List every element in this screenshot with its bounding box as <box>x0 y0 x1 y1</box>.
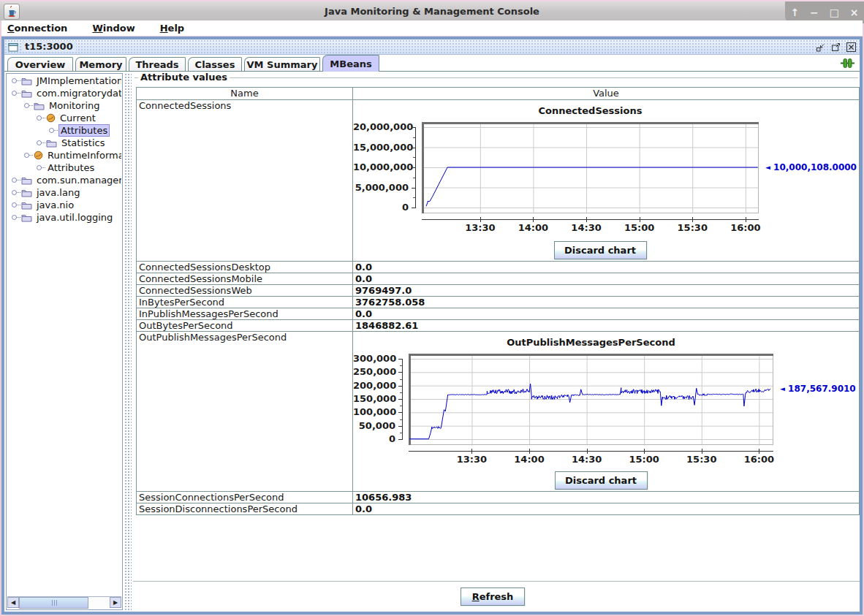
tree-node[interactable]: com.migratorydata <box>7 87 121 99</box>
attribute-name[interactable]: InBytesPerSecond <box>137 297 353 308</box>
attribute-value[interactable]: 0.0 <box>353 262 859 273</box>
minimize-button[interactable]: − <box>810 7 819 18</box>
tree-node-label[interactable]: Statistics <box>60 137 106 148</box>
tree-toggle-icon[interactable] <box>24 153 29 158</box>
tab-threads[interactable]: Threads <box>129 57 186 71</box>
close-button[interactable]: × <box>850 7 859 18</box>
attribute-name[interactable]: OutBytesPerSecond <box>137 320 353 331</box>
table-row[interactable]: SessionDisconnectionsPerSecond0.0 <box>137 503 859 515</box>
x-axis-tick-label: 14:30 <box>569 454 605 465</box>
tree-node[interactable]: com.sun.managem <box>7 174 121 186</box>
tree-toggle-icon[interactable] <box>12 178 17 183</box>
tree-node-label[interactable]: java.util.logging <box>35 212 114 223</box>
column-header-value[interactable]: Value <box>353 88 859 99</box>
frame-close-button[interactable] <box>845 41 857 53</box>
attribute-value[interactable]: 0.0 <box>353 308 859 319</box>
tree-node[interactable]: RuntimeInforma <box>7 149 121 161</box>
tab-memory[interactable]: Memory <box>75 57 126 71</box>
window-titlebar[interactable]: Java Monitoring & Management Console ↑ −… <box>0 0 864 20</box>
tree-node[interactable]: Current <box>7 112 121 124</box>
tree-node-label[interactable]: Attributes <box>46 162 96 173</box>
table-row[interactable]: ConnectedSessionsDesktop0.0 <box>137 262 859 273</box>
tree-node-label[interactable]: Current <box>58 113 97 123</box>
tree-node[interactable]: java.nio <box>7 199 121 211</box>
tree-toggle-icon[interactable] <box>49 128 54 133</box>
tree-node-label[interactable]: com.migratorydata <box>35 88 121 99</box>
tree-node[interactable]: Attributes <box>7 124 121 137</box>
table-row[interactable]: ConnectedSessionsConnectedSessions05,000… <box>137 100 859 262</box>
tree-toggle-icon[interactable] <box>12 215 17 220</box>
tree-node-label[interactable]: java.lang <box>35 187 81 198</box>
attribute-name[interactable]: ConnectedSessions <box>137 100 353 261</box>
tree-toggle-icon[interactable] <box>12 78 17 83</box>
attribute-name[interactable]: ConnectedSessionsDesktop <box>137 262 353 273</box>
tree-node[interactable]: java.util.logging <box>7 211 121 224</box>
tree-node[interactable]: java.lang <box>7 186 121 199</box>
scrollbar-track[interactable] <box>88 597 110 609</box>
chart-title: OutPublishMessagesPerSecond <box>409 337 773 348</box>
table-row[interactable]: InPublishMessagesPerSecond0.0 <box>137 308 859 320</box>
table-row[interactable]: OutBytesPerSecond1846882.61 <box>137 320 859 332</box>
tree-node-label[interactable]: java.nio <box>35 199 75 210</box>
attribute-value[interactable]: OutPublishMessagesPerSecond050,000100,00… <box>353 332 859 491</box>
tab-mbeans[interactable]: MBeans <box>322 55 379 72</box>
table-row[interactable]: SessionConnectionsPerSecond10656.983 <box>137 492 859 503</box>
tree-toggle-icon[interactable] <box>24 103 29 108</box>
tree-toggle-icon[interactable] <box>12 202 17 208</box>
attribute-name[interactable]: SessionDisconnectionsPerSecond <box>137 503 353 514</box>
tree-node[interactable]: Attributes <box>7 161 121 174</box>
tree-toggle-icon[interactable] <box>37 140 42 145</box>
attribute-name[interactable]: SessionConnectionsPerSecond <box>137 492 353 503</box>
attribute-name[interactable]: ConnectedSessionsMobile <box>137 273 353 284</box>
tree-node[interactable]: Monitoring <box>7 99 121 112</box>
scrollbar-thumb[interactable] <box>19 597 88 609</box>
menu-help[interactable]: Help <box>160 23 184 34</box>
menu-window[interactable]: Window <box>92 23 134 34</box>
table-row[interactable]: InBytesPerSecond3762758.058 <box>137 297 859 308</box>
tree-node-label[interactable]: Monitoring <box>48 100 102 111</box>
tree-horizontal-scrollbar[interactable]: ◀ ▶ <box>7 596 121 609</box>
attribute-value[interactable]: 0.0 <box>353 273 859 284</box>
attribute-value[interactable]: 9769497.0 <box>353 285 859 296</box>
attribute-value[interactable]: 0.0 <box>353 503 859 514</box>
tree-node-label[interactable]: com.sun.managem <box>35 175 121 186</box>
current-value-arrow-icon: ◄ <box>765 164 770 171</box>
tree-node-label[interactable]: RuntimeInforma <box>46 150 121 161</box>
discard-chart-button[interactable]: Discard chart <box>554 241 647 259</box>
attribute-name[interactable]: ConnectedSessionsWeb <box>137 285 353 296</box>
attribute-value[interactable]: 1846882.61 <box>353 320 859 331</box>
shade-button[interactable]: ↑ <box>790 7 799 18</box>
attribute-value[interactable]: ConnectedSessions05,000,00010,000,00015,… <box>353 100 859 261</box>
frame-maximize-button[interactable] <box>830 41 841 53</box>
tree-toggle-icon[interactable] <box>12 190 17 195</box>
menu-connection[interactable]: Connection <box>7 23 67 34</box>
attribute-value[interactable]: 3762758.058 <box>353 297 859 308</box>
table-row[interactable]: ConnectedSessionsWeb9769497.0 <box>137 285 859 297</box>
tree-toggle-icon[interactable] <box>37 165 42 170</box>
refresh-button[interactable]: Refresh <box>461 588 525 606</box>
frame-iconify-button[interactable] <box>814 41 826 53</box>
column-header-name[interactable]: Name <box>137 88 353 99</box>
tab-overview[interactable]: Overview <box>7 57 73 71</box>
attribute-name[interactable]: OutPublishMessagesPerSecond <box>137 332 353 491</box>
split-pane-divider[interactable] <box>124 73 132 610</box>
x-axis-tick-label: 14:30 <box>569 222 604 233</box>
x-axis-tick <box>480 217 481 222</box>
tree-node-label[interactable]: Attributes <box>58 124 110 137</box>
maximize-button[interactable]: □ <box>830 7 839 18</box>
scroll-right-button[interactable]: ▶ <box>110 597 121 608</box>
attribute-name[interactable]: InPublishMessagesPerSecond <box>137 308 353 319</box>
discard-chart-button[interactable]: Discard chart <box>555 471 648 490</box>
table-row[interactable]: ConnectedSessionsMobile0.0 <box>137 273 859 285</box>
table-row[interactable]: OutPublishMessagesPerSecondOutPublishMes… <box>137 332 859 492</box>
tab-vm-summary[interactable]: VM Summary <box>244 57 320 71</box>
tree-node-label[interactable]: JMImplementation <box>35 75 121 86</box>
frame-titlebar[interactable]: t15:3000 <box>4 39 860 55</box>
attribute-value[interactable]: 10656.983 <box>353 492 859 503</box>
scroll-left-button[interactable]: ◀ <box>7 597 19 608</box>
tree-toggle-icon[interactable] <box>12 91 17 96</box>
tab-classes[interactable]: Classes <box>188 57 242 71</box>
tree-toggle-icon[interactable] <box>37 115 42 121</box>
tree-node[interactable]: JMImplementation <box>7 75 121 87</box>
tree-node[interactable]: Statistics <box>7 137 121 149</box>
